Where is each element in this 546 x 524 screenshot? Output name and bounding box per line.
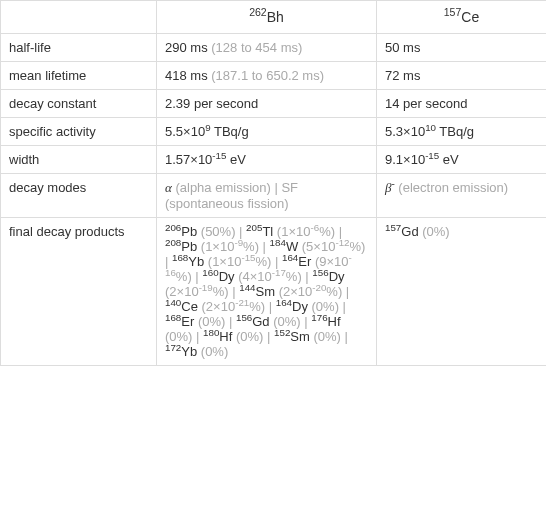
row-mean-lifetime: mean lifetime 418 ms (187.1 to 650.2 ms)… bbox=[1, 62, 547, 90]
percentage: (2×10-21%) bbox=[202, 299, 266, 314]
range: (187.1 to 650.2 ms) bbox=[211, 68, 324, 83]
row-label: final decay products bbox=[1, 218, 157, 366]
separator: | bbox=[339, 299, 346, 314]
percentage: (0%) bbox=[313, 329, 340, 344]
mass-number: 168 bbox=[172, 252, 188, 263]
separator: | bbox=[341, 329, 348, 344]
cell-decay-modes-1: α (alpha emission) | SF (spontaneous fis… bbox=[157, 174, 377, 218]
element-symbol: Pb bbox=[181, 224, 201, 239]
value-post: eV bbox=[226, 152, 246, 167]
mass-number: 184 bbox=[270, 237, 286, 248]
cell-final-decay-1: 206Pb (50%) | 205Tl (1×10-6%) | 208Pb (1… bbox=[157, 218, 377, 366]
row-label: decay constant bbox=[1, 90, 157, 118]
cell-width-2: 9.1×10-15 eV bbox=[377, 146, 547, 174]
mass-number: 144 bbox=[239, 282, 255, 293]
mass-number: 168 bbox=[165, 312, 181, 323]
cell-decay-modes-2: β- (electron emission) bbox=[377, 174, 547, 218]
element-symbol: Yb bbox=[181, 344, 201, 359]
value: 290 ms bbox=[165, 40, 208, 55]
row-label: decay modes bbox=[1, 174, 157, 218]
range: (128 to 454 ms) bbox=[211, 40, 302, 55]
header-col1: 262Bh bbox=[157, 1, 377, 34]
row-decay-constant: decay constant 2.39 per second 14 per se… bbox=[1, 90, 547, 118]
value: 50 ms bbox=[385, 40, 420, 55]
cell-decay-constant-2: 14 per second bbox=[377, 90, 547, 118]
percentage: (0%) bbox=[422, 224, 449, 239]
value-pre: 5.3×10 bbox=[385, 124, 425, 139]
row-decay-modes: decay modes α (alpha emission) | SF (spo… bbox=[1, 174, 547, 218]
mass-number: 160 bbox=[202, 267, 218, 278]
decay-text: (alpha emission) | SF (spontaneous fissi… bbox=[165, 180, 298, 211]
mass-number: 156 bbox=[312, 267, 328, 278]
element-symbol: Gd bbox=[252, 314, 273, 329]
separator: | bbox=[225, 314, 236, 329]
cell-final-decay-2: 157Gd (0%) bbox=[377, 218, 547, 366]
mass-number: 206 bbox=[165, 222, 181, 233]
cell-specific-activity-2: 5.3×1010 TBq/g bbox=[377, 118, 547, 146]
value-exp: 10 bbox=[425, 122, 436, 133]
element-symbol: Ce bbox=[461, 9, 479, 25]
element-symbol: Dy bbox=[219, 269, 239, 284]
cell-mean-lifetime-2: 72 ms bbox=[377, 62, 547, 90]
mass-number: 164 bbox=[276, 297, 292, 308]
mass-number: 157 bbox=[444, 6, 462, 18]
value-post: TBq/g bbox=[436, 124, 474, 139]
mass-number: 152 bbox=[274, 327, 290, 338]
decay-text: (electron emission) bbox=[395, 180, 508, 195]
cell-half-life-2: 50 ms bbox=[377, 34, 547, 62]
value: 72 ms bbox=[385, 68, 420, 83]
decay-symbol: α bbox=[165, 180, 172, 195]
separator: | bbox=[302, 269, 313, 284]
header-empty bbox=[1, 1, 157, 34]
cell-specific-activity-1: 5.5×109 TBq/g bbox=[157, 118, 377, 146]
element-symbol: Hf bbox=[328, 314, 341, 329]
mass-number: 140 bbox=[165, 297, 181, 308]
row-width: width 1.57×10-15 eV 9.1×10-15 eV bbox=[1, 146, 547, 174]
percentage: (5×10-12%) bbox=[302, 239, 366, 254]
value-exp: -15 bbox=[425, 150, 439, 161]
element-symbol: Bh bbox=[267, 9, 284, 25]
value-post: eV bbox=[439, 152, 459, 167]
header-row: 262Bh 157Ce bbox=[1, 1, 547, 34]
separator: | bbox=[263, 329, 274, 344]
cell-half-life-1: 290 ms (128 to 454 ms) bbox=[157, 34, 377, 62]
row-half-life: half-life 290 ms (128 to 454 ms) 50 ms bbox=[1, 34, 547, 62]
cell-width-1: 1.57×10-15 eV bbox=[157, 146, 377, 174]
element-symbol: Ce bbox=[181, 299, 201, 314]
separator: | bbox=[301, 314, 312, 329]
value-post: TBq/g bbox=[211, 124, 249, 139]
value: 418 ms bbox=[165, 68, 208, 83]
header-col2: 157Ce bbox=[377, 1, 547, 34]
cell-decay-constant-1: 2.39 per second bbox=[157, 90, 377, 118]
row-specific-activity: specific activity 5.5×109 TBq/g 5.3×1010… bbox=[1, 118, 547, 146]
percentage: (0%) bbox=[201, 344, 228, 359]
mass-number: 164 bbox=[282, 252, 298, 263]
element-symbol: Dy bbox=[292, 299, 312, 314]
mass-number: 156 bbox=[236, 312, 252, 323]
mass-number: 157 bbox=[385, 222, 401, 233]
separator: | bbox=[192, 329, 203, 344]
mass-number: 262 bbox=[249, 6, 267, 18]
row-label: specific activity bbox=[1, 118, 157, 146]
separator: | bbox=[259, 239, 270, 254]
properties-table: 262Bh 157Ce half-life 290 ms (128 to 454… bbox=[0, 0, 546, 366]
row-final-decay-products: final decay products 206Pb (50%) | 205Tl… bbox=[1, 218, 547, 366]
row-label: mean lifetime bbox=[1, 62, 157, 90]
row-label: width bbox=[1, 146, 157, 174]
mass-number: 172 bbox=[165, 342, 181, 353]
percentage: (50%) bbox=[201, 224, 236, 239]
element-symbol: Gd bbox=[401, 224, 422, 239]
value-pre: 5.5×10 bbox=[165, 124, 205, 139]
element-symbol: Hf bbox=[219, 329, 236, 344]
mass-number: 208 bbox=[165, 237, 181, 248]
element-symbol: Sm bbox=[290, 329, 313, 344]
separator: | bbox=[265, 299, 276, 314]
value-pre: 9.1×10 bbox=[385, 152, 425, 167]
percentage: (0%) bbox=[236, 329, 263, 344]
element-symbol: Er bbox=[181, 314, 198, 329]
element-symbol: Dy bbox=[329, 269, 345, 284]
mass-number: 180 bbox=[203, 327, 219, 338]
value-exp: -15 bbox=[212, 150, 226, 161]
value-pre: 1.57×10 bbox=[165, 152, 212, 167]
mass-number: 205 bbox=[246, 222, 262, 233]
